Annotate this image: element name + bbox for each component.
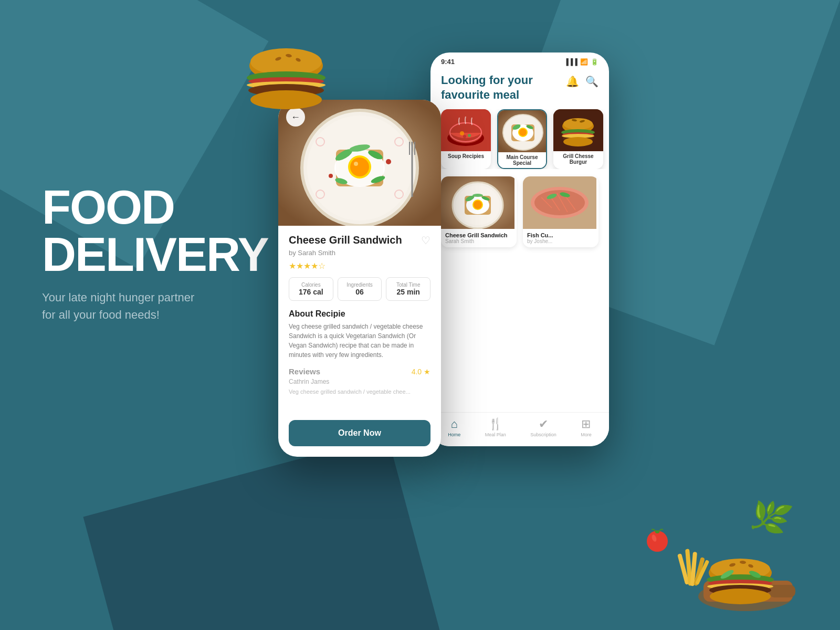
svg-point-71	[534, 190, 585, 215]
category-card-main[interactable]: Main Course Special	[497, 109, 547, 169]
mealplan-nav-label: Meal Plan	[485, 432, 506, 437]
hero-title-line2: DELIVERY	[42, 228, 268, 281]
svg-point-93	[647, 531, 668, 552]
order-button[interactable]: Order Now	[289, 420, 430, 446]
stats-row: Calories 176 cal Ingredients 06 Total Ti…	[289, 277, 430, 301]
reviews-score: 4.0 ★	[412, 368, 430, 376]
category-card-soup[interactable]: Soup Recipies	[441, 109, 491, 169]
food-card-fish[interactable]: Fish Cu... by Joshe...	[523, 176, 598, 247]
svg-point-28	[386, 159, 391, 164]
food-list: Cheese Grill Sandwich Sarah Smith	[430, 176, 609, 247]
subscription-nav-label: Subscription	[530, 432, 556, 437]
hero-subtitle: Your late night hunger partner for all y…	[42, 289, 268, 323]
detail-food-image: ←	[278, 100, 441, 226]
floating-burger-top	[242, 47, 331, 118]
notification-icon[interactable]: 🔔	[566, 75, 579, 88]
review-preview: Veg cheese grilled sandwich / vegetable …	[289, 388, 430, 395]
stat-calories: Calories 176 cal	[289, 277, 333, 301]
hero-content: FOOD DELIVERY Your late night hunger par…	[42, 184, 268, 323]
svg-point-21	[350, 158, 369, 176]
hero-title: FOOD DELIVERY	[42, 184, 268, 278]
svg-point-51	[563, 118, 593, 130]
food-name-fish: Fish Cu...	[527, 232, 594, 238]
food-name-sandwich: Cheese Grill Sandwich	[445, 232, 512, 238]
soup-image	[441, 109, 491, 151]
food-card-fish-img	[523, 176, 598, 229]
wifi-icon: 📶	[580, 58, 588, 66]
hero-title-line1: FOOD	[42, 181, 174, 234]
header-icons: 🔔 🔍	[566, 75, 598, 88]
nav-more[interactable]: ⊞ More	[581, 417, 592, 437]
rating-stars: ★★★★☆	[289, 261, 430, 271]
food-author-fish: by Joshe...	[527, 238, 594, 244]
tomato-decoration	[643, 526, 672, 556]
svg-point-40	[463, 135, 466, 138]
svg-point-9	[250, 90, 322, 109]
phone-home: 9:41 ▐▐▐ 📶 🔋 Looking for your favourite …	[430, 52, 609, 446]
category-label-burger: Grill Chesse Burgur	[553, 151, 603, 167]
status-time: 9:41	[441, 58, 455, 66]
more-nav-icon: ⊞	[581, 417, 591, 431]
svg-point-58	[563, 137, 593, 146]
fries-decoration	[672, 544, 714, 598]
food-name-row: Cheese Grill Sandwich ♡	[289, 234, 430, 247]
signal-icon: ▐▐▐	[564, 58, 578, 66]
header-title: Looking for your favourite meal	[441, 73, 556, 102]
svg-point-68	[472, 194, 483, 197]
svg-point-38	[460, 131, 464, 135]
phone-detail: ← Cheese Grill Sandwich ♡ by Sarah Smith…	[278, 100, 441, 457]
mealplan-nav-icon: 🍴	[488, 417, 502, 431]
nav-home[interactable]: ⌂ Home	[448, 417, 460, 437]
svg-point-46	[519, 129, 527, 136]
reviewer-name: Cathrin James	[289, 378, 430, 385]
stat-time-label: Total Time	[390, 282, 427, 288]
subscription-nav-icon: ✔	[539, 417, 548, 431]
stat-ingredients: Ingredients 06	[338, 277, 382, 301]
bg-shape-2	[83, 435, 442, 630]
svg-point-22	[354, 162, 358, 166]
food-card-fish-info: Fish Cu... by Joshe...	[523, 229, 598, 247]
burger-image	[553, 109, 603, 151]
svg-point-39	[468, 134, 471, 137]
category-card-burger[interactable]: Grill Chesse Burgur	[553, 109, 603, 169]
reviews-title: Reviews	[289, 367, 320, 376]
svg-point-29	[329, 174, 333, 178]
favorite-icon[interactable]: ♡	[421, 234, 430, 247]
more-nav-label: More	[581, 432, 592, 437]
svg-point-90	[710, 589, 771, 604]
about-title: About Recipie	[289, 309, 430, 319]
main-course-image	[498, 110, 547, 152]
home-nav-label: Home	[448, 432, 460, 437]
food-list-row: Cheese Grill Sandwich Sarah Smith	[441, 176, 598, 247]
category-label-main: Main Course Special	[498, 152, 546, 168]
food-card-sandwich-info: Cheese Grill Sandwich Sarah Smith	[441, 229, 517, 247]
food-card-sandwich[interactable]: Cheese Grill Sandwich Sarah Smith	[441, 176, 517, 247]
svg-point-94	[655, 530, 659, 533]
bottom-nav: ⌂ Home 🍴 Meal Plan ✔ Subscription ⊞ More	[430, 412, 609, 446]
stat-calories-value: 176 cal	[292, 288, 330, 296]
category-label-soup: Soup Recipies	[441, 151, 491, 161]
detail-content: Cheese Grill Sandwich ♡ by Sarah Smith ★…	[278, 226, 441, 403]
nav-mealplan[interactable]: 🍴 Meal Plan	[485, 417, 506, 437]
stat-calories-label: Calories	[292, 282, 330, 288]
home-nav-icon: ⌂	[451, 417, 458, 431]
nav-subscription[interactable]: ✔ Subscription	[530, 417, 556, 437]
stat-time-value: 25 min	[390, 288, 427, 296]
food-author-sandwich: Sarah Smith	[445, 238, 512, 244]
food-card-sandwich-img	[441, 176, 517, 229]
reviews-row: Reviews 4.0 ★	[289, 367, 430, 376]
search-icon[interactable]: 🔍	[585, 75, 598, 88]
svg-point-65	[474, 201, 482, 209]
battery-icon: 🔋	[591, 58, 598, 66]
stat-time: Total Time 25 min	[386, 277, 430, 301]
stat-ingredients-label: Ingredients	[341, 282, 379, 288]
food-name: Cheese Grill Sandwich	[289, 234, 402, 246]
home-header: Looking for your favourite meal 🔔 🔍	[430, 69, 609, 109]
status-icons: ▐▐▐ 📶 🔋	[564, 58, 598, 66]
about-text: Veg cheese grilled sandwich / vegetable …	[289, 322, 430, 360]
food-author: by Sarah Smith	[289, 249, 430, 257]
category-scroll: Soup Recipies	[430, 109, 609, 169]
status-bar: 9:41 ▐▐▐ 📶 🔋	[430, 52, 609, 69]
stat-ingredients-value: 06	[341, 288, 379, 296]
